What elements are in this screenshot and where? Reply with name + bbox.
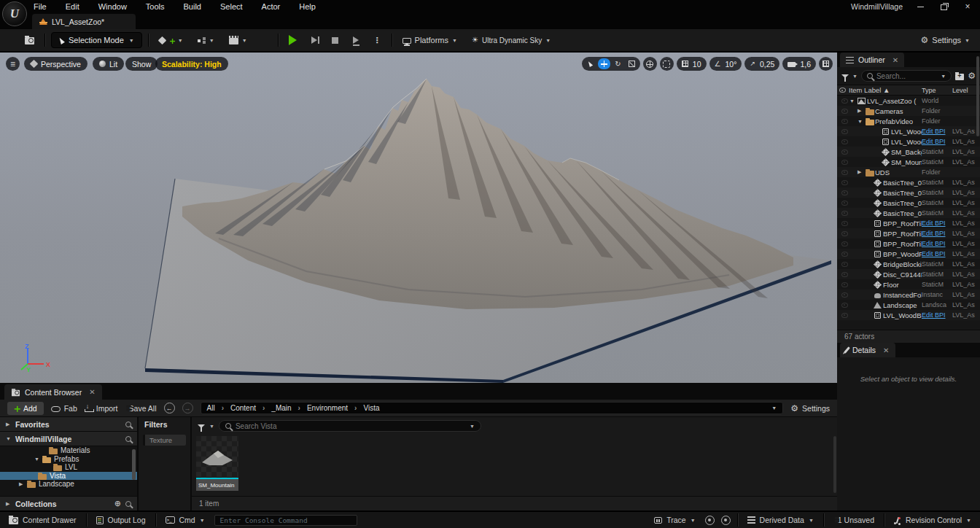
actor-type-cell[interactable]: Edit BPI: [922, 138, 952, 145]
visibility-eye-icon[interactable]: [839, 160, 849, 165]
stop-button[interactable]: [327, 34, 343, 47]
play-button[interactable]: [284, 32, 301, 48]
folder-tree-scrollbar[interactable]: [132, 449, 136, 480]
outliner-row[interactable]: ▶ UDS Folder: [837, 167, 980, 177]
forward-button[interactable]: →: [182, 403, 193, 414]
show-dropdown[interactable]: Show: [125, 57, 158, 71]
outliner-row[interactable]: BPP_RoofTile Edit BPI LVL_As: [837, 228, 980, 238]
collapse-arrow-icon[interactable]: ▼: [6, 436, 11, 441]
platforms-dropdown[interactable]: Platforms ▼: [398, 33, 462, 47]
outliner-row[interactable]: Disc_C9144B StaticM LVL_As: [837, 269, 980, 279]
actor-type-cell[interactable]: Edit BPI: [922, 250, 952, 257]
project-root-section[interactable]: ▼ WindmillVillage: [0, 432, 137, 446]
rotation-snap-control[interactable]: ∠ 10°: [709, 57, 742, 71]
breadcrumb-item[interactable]: _Main: [256, 404, 292, 412]
asset-scrollbar[interactable]: [833, 436, 836, 493]
visibility-eye-icon[interactable]: [839, 292, 849, 298]
outliner-row[interactable]: ▼ PrefabVideo Folder: [837, 116, 980, 126]
menu-item[interactable]: Help: [299, 2, 316, 11]
revision-control-dropdown[interactable]: Revision Control ▼: [891, 512, 974, 528]
menu-item[interactable]: Tools: [146, 2, 165, 11]
column-item-label[interactable]: Item Label ▲: [847, 86, 922, 94]
visibility-eye-icon[interactable]: [839, 303, 849, 308]
folder-tree-row[interactable]: Vista: [0, 472, 137, 481]
maximize-viewport-button[interactable]: [819, 57, 833, 71]
details-tab[interactable]: Details ✕: [840, 343, 895, 357]
expander-arrow-icon[interactable]: ▶: [19, 481, 24, 487]
asset-filter-icon[interactable]: [198, 424, 205, 428]
view-mode-dropdown[interactable]: Lit: [93, 57, 124, 71]
blueprints-button[interactable]: ▼: [193, 34, 219, 47]
content-browser-tab[interactable]: Content Browser ✕: [4, 384, 102, 400]
rotate-tool-button[interactable]: ↻: [612, 58, 624, 69]
launch-button[interactable]: [349, 34, 363, 47]
expander-arrow-icon[interactable]: ▼: [849, 98, 856, 104]
close-icon[interactable]: ✕: [89, 388, 95, 396]
level-viewport[interactable]: ≡ Perspective Lit Show Scalability: High…: [0, 53, 837, 383]
editor-mode-select[interactable]: Selection Mode ▼: [51, 32, 142, 48]
visibility-eye-icon[interactable]: [839, 211, 849, 216]
actor-type-cell[interactable]: Edit BPI: [922, 311, 952, 319]
actor-type-cell[interactable]: Edit BPI: [922, 128, 952, 135]
expand-arrow-icon[interactable]: ▶: [6, 501, 11, 507]
expander-arrow-icon[interactable]: ▼: [34, 457, 39, 462]
derived-data-dropdown[interactable]: Derived Data ▼: [744, 512, 817, 528]
add-collection-icon[interactable]: ⊕: [114, 499, 121, 508]
folder-tree-row[interactable]: ▼ Prefabs: [0, 455, 137, 464]
outliner-row[interactable]: LVL_WoodE Edit BPI LVL_As: [837, 126, 980, 136]
visibility-eye-icon[interactable]: [839, 119, 849, 124]
menu-item[interactable]: Select: [220, 2, 243, 11]
menu-item[interactable]: File: [34, 2, 47, 11]
visibility-eye-icon[interactable]: [839, 190, 849, 195]
new-folder-button[interactable]: [955, 74, 964, 80]
outliner-row[interactable]: SM_Backgr StaticM LVL_As: [837, 147, 980, 157]
scalability-badge[interactable]: Scalability: High: [155, 57, 228, 71]
outliner-scrollbar[interactable]: [976, 56, 979, 136]
visibility-eye-icon[interactable]: [839, 231, 849, 236]
actor-type-cell[interactable]: StaticM: [922, 260, 952, 268]
surface-snapping-button[interactable]: [660, 57, 674, 71]
save-button[interactable]: [6, 37, 15, 43]
insights-snapshot-icon[interactable]: [721, 516, 731, 525]
select-tool-button[interactable]: [584, 58, 596, 69]
outliner-row[interactable]: LVL_WoodE Edit BPI LVL_As: [837, 136, 980, 147]
output-log-button[interactable]: Output Log: [93, 512, 149, 528]
favorites-section[interactable]: ▶ Favorites: [0, 417, 137, 432]
breadcrumb-item[interactable]: Environment: [292, 404, 348, 412]
minimize-button[interactable]: [916, 2, 926, 11]
folder-tree-row[interactable]: LVL: [0, 463, 137, 472]
actor-type-cell[interactable]: StaticM: [922, 199, 952, 206]
expand-arrow-icon[interactable]: ▶: [6, 422, 11, 427]
outliner-row[interactable]: BasicTree_04 StaticM LVL_As: [837, 208, 980, 218]
visibility-column-eye-icon[interactable]: [837, 88, 847, 93]
actor-type-cell[interactable]: Instanc: [922, 291, 952, 298]
move-tool-button[interactable]: [598, 58, 610, 69]
world-local-toggle[interactable]: [643, 57, 657, 71]
visibility-eye-icon[interactable]: [839, 109, 849, 114]
actor-type-cell[interactable]: Edit BPI: [922, 240, 952, 247]
visibility-eye-icon[interactable]: [839, 252, 849, 257]
save-all-button[interactable]: Save All: [125, 404, 157, 413]
expander-arrow-icon[interactable]: ▼: [858, 119, 864, 124]
breadcrumb-item[interactable]: Vista: [348, 404, 379, 412]
camera-speed-control[interactable]: 1,6: [782, 57, 816, 71]
actor-type-cell[interactable]: Folder: [922, 107, 952, 114]
level-tab[interactable]: LVL_AssetZoo*: [32, 14, 136, 29]
actor-type-cell[interactable]: Edit BPI: [922, 230, 952, 237]
fab-button[interactable]: Fab: [51, 404, 77, 413]
collections-section[interactable]: ▶ Collections ⊕: [0, 496, 137, 510]
back-button[interactable]: ←: [164, 403, 175, 414]
outliner-tab[interactable]: Outliner ✕: [840, 53, 904, 67]
actor-type-cell[interactable]: World: [922, 97, 952, 104]
grid-snap-control[interactable]: 10: [677, 57, 707, 71]
menu-item[interactable]: Edit: [66, 2, 79, 11]
outliner-row[interactable]: InstancedFoli Instanc LVL_As: [837, 290, 980, 300]
outliner-row[interactable]: ▶ Cameras Folder: [837, 106, 980, 116]
outliner-row[interactable]: BasicTree_01 StaticM LVL_As: [837, 177, 980, 187]
search-icon[interactable]: [125, 436, 131, 442]
actor-type-cell[interactable]: StaticM: [922, 271, 952, 278]
breadcrumb[interactable]: AllContent_MainEnvironmentVista ▼: [201, 402, 784, 414]
scale-tool-button[interactable]: [626, 58, 638, 69]
browse-content-button[interactable]: [20, 33, 39, 47]
outliner-filter-icon[interactable]: [841, 74, 849, 78]
